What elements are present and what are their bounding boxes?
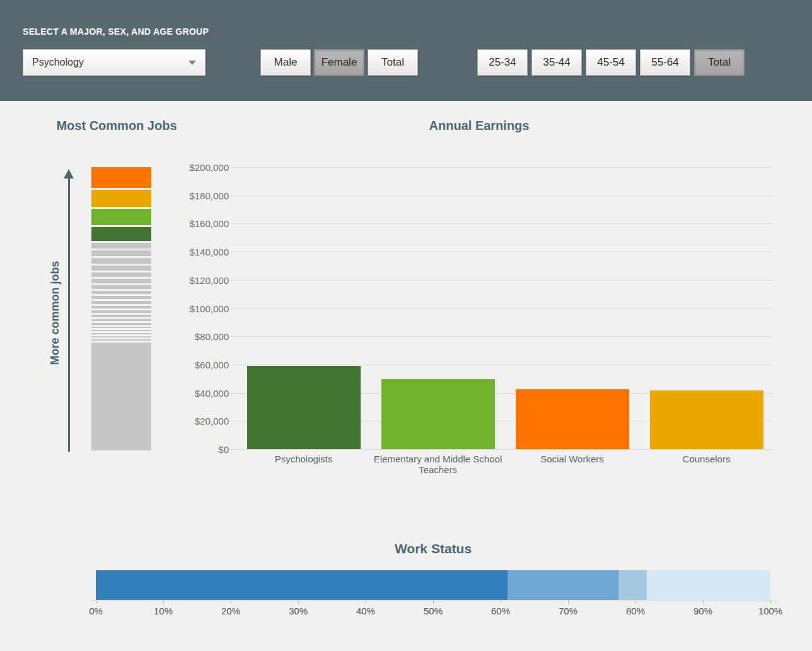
earnings-gridline (229, 167, 774, 168)
work-status-segment-4 (647, 570, 770, 600)
selection-prompt-label: SELECT A MAJOR, SEX, AND AGE GROUP (23, 26, 209, 37)
age-button-35-44[interactable]: 35-44 (531, 49, 582, 76)
sex-button-female[interactable]: Female (314, 49, 364, 76)
jobs-segment-other (91, 273, 151, 277)
jobs-segment-other (91, 266, 151, 271)
work-status-tick (635, 601, 636, 604)
dropdown-arrow-icon (188, 61, 196, 65)
earnings-category-label-counselors: Counselors (637, 454, 776, 464)
earnings-y-tick-label: $180,000 (161, 191, 229, 201)
work-status-tick-label: 60% (478, 606, 523, 616)
jobs-segment-other (91, 333, 151, 334)
work-status-axis-ticks (96, 601, 770, 604)
sex-button-group: MaleFemaleTotal (260, 49, 418, 76)
earnings-y-tick-label: $20,000 (161, 416, 229, 426)
earnings-bar-social-workers (516, 389, 629, 449)
work-status-tick (298, 601, 299, 604)
age-button-55-64[interactable]: 55-64 (640, 49, 690, 76)
work-status-tick (433, 601, 434, 604)
annual-earnings-title: Annual Earnings (353, 119, 605, 133)
jobs-segment-other (91, 323, 151, 325)
work-status-tick (501, 601, 501, 604)
work-status-tick (163, 601, 164, 604)
work-status-segment-1 (96, 570, 508, 600)
earnings-y-tick-label: $160,000 (161, 218, 229, 229)
jobs-segment-other (91, 319, 151, 321)
jobs-segment-counselors (91, 190, 151, 207)
earnings-gridline (229, 280, 774, 281)
jobs-stacked-bar (91, 167, 151, 450)
earnings-y-tick-label: $80,000 (161, 331, 229, 342)
work-status-tick (231, 601, 231, 604)
jobs-segment-other (91, 315, 151, 317)
earnings-category-labels: PsychologistsElementary and Middle Schoo… (236, 454, 774, 481)
jobs-segment-other (91, 327, 151, 329)
jobs-segment-elementary-and-middle-school-teachers (91, 209, 151, 225)
earnings-gridline (229, 308, 774, 309)
jobs-segment-other (91, 306, 151, 308)
work-status-tick-label: 50% (411, 606, 455, 616)
jobs-segment-other (91, 258, 151, 264)
work-status-tick-label: 70% (546, 606, 590, 616)
work-status-title: Work Status (307, 541, 559, 556)
work-status-tick-label: 0% (74, 606, 118, 616)
work-status-tick-label: 90% (681, 606, 725, 616)
jobs-segment-other (91, 279, 151, 283)
jobs-segment-other (91, 330, 151, 331)
age-button-group: 25-3435-4445-5455-64Total (477, 49, 745, 76)
jobs-segment-psychologists (91, 227, 151, 241)
earnings-y-tick-label: $60,000 (161, 360, 229, 370)
earnings-gridline (229, 223, 774, 224)
selection-header: SELECT A MAJOR, SEX, AND AGE GROUP Psych… (0, 0, 812, 101)
work-status-tick (366, 601, 366, 604)
most-common-jobs-title: Most Common Jobs (38, 119, 195, 133)
work-status-segment-3 (618, 570, 647, 600)
jobs-segment-other (91, 336, 151, 337)
work-status-tick (703, 601, 704, 604)
work-status-tick-label: 10% (141, 606, 185, 616)
earnings-gridline (229, 252, 774, 252)
arrow-line (68, 177, 70, 452)
earnings-category-label-elementary-and-middle-school-teachers: Elementary and Middle School Teachers (369, 454, 508, 476)
work-status-tick-label: 20% (209, 606, 253, 616)
jobs-segment-other-remainder (91, 343, 151, 450)
major-dropdown-value: Psychology (32, 50, 84, 75)
earnings-y-tick-label: $120,000 (161, 275, 229, 286)
sex-button-total[interactable]: Total (368, 49, 418, 76)
jobs-segment-other (91, 301, 151, 304)
earnings-gridline (229, 336, 774, 337)
jobs-segment-other (91, 310, 151, 313)
work-status-tick-label: 80% (613, 606, 658, 616)
earnings-plot-area (236, 167, 774, 449)
work-status-tick-label: 100% (748, 606, 792, 616)
earnings-bar-elementary-and-middle-school-teachers (381, 379, 495, 449)
age-button-25-34[interactable]: 25-34 (477, 49, 528, 76)
jobs-segment-other (91, 296, 151, 299)
earnings-category-label-social-workers: Social Workers (503, 454, 642, 464)
jobs-segment-other (91, 250, 151, 256)
earnings-y-tick-label: $140,000 (161, 247, 229, 257)
jobs-segment-other (91, 243, 151, 249)
earnings-bar-psychologists (247, 366, 361, 449)
earnings-y-tick-label: $200,000 (161, 162, 229, 173)
work-status-segment-2 (508, 570, 619, 600)
work-status-tick (568, 601, 569, 604)
work-status-tick (96, 601, 96, 604)
work-status-tick-label: 40% (344, 606, 388, 616)
earnings-category-label-psychologists: Psychologists (235, 454, 373, 464)
jobs-segment-other (91, 339, 151, 341)
jobs-segment-other (91, 285, 151, 289)
work-status-tick (770, 601, 771, 604)
major-dropdown[interactable]: Psychology (23, 49, 206, 76)
earnings-y-tick-label: $40,000 (161, 388, 229, 399)
work-status-stacked-bar (96, 570, 770, 600)
age-button-45-54[interactable]: 45-54 (586, 49, 636, 76)
age-button-total[interactable]: Total (694, 49, 745, 76)
more-common-jobs-axis-label: More common jobs (49, 218, 62, 408)
earnings-gridline (229, 365, 774, 365)
work-status-axis-labels: 0%10%20%30%40%50%60%70%80%90%100% (96, 606, 770, 618)
jobs-segment-other (91, 291, 151, 294)
jobs-segment-social-workers (91, 167, 151, 188)
earnings-bar-counselors (650, 390, 763, 449)
sex-button-male[interactable]: Male (260, 49, 311, 76)
